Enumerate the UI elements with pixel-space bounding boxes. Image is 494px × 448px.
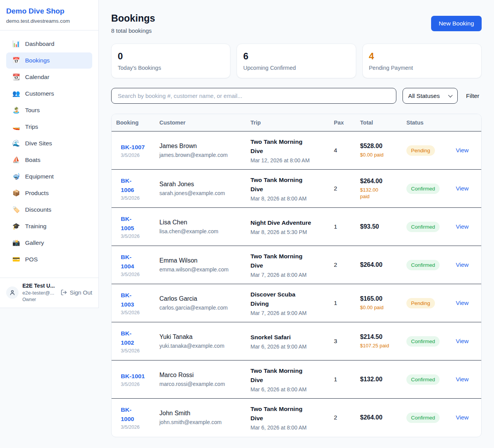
customer-email: yuki.tanaka@example.com [159, 343, 241, 349]
customer-email: sarah.jones@example.com [159, 190, 241, 196]
column-header: Pax [329, 114, 355, 131]
sidebar-item-equipment[interactable]: 🤿 Equipment [6, 168, 92, 185]
logout-icon [61, 289, 67, 296]
booking-date: 3/5/2026 [121, 234, 150, 239]
pax-count: 1 [334, 223, 337, 230]
status-filter-select[interactable]: All Statuses [403, 88, 458, 104]
sidebar-item-pos[interactable]: 💳 POS [6, 251, 92, 268]
booking-date: 3/5/2026 [121, 424, 150, 430]
trip-name: Two Tank Morning Dive [250, 366, 325, 385]
trip-name: Two Tank Morning Dive [250, 137, 325, 156]
booking-id-link[interactable]: BK- 1005 [121, 214, 150, 233]
booking-id-link[interactable]: BK- 1000 [121, 405, 150, 424]
filter-button[interactable]: Filter [464, 93, 482, 99]
page-title: Bookings [111, 13, 155, 24]
status-badge: Confirmed [406, 413, 440, 423]
trip-name: Two Tank Morning Dive [250, 252, 325, 270]
view-link[interactable]: View [456, 147, 469, 153]
sidebar-item-dashboard[interactable]: 📊 Dashboard [6, 36, 92, 52]
trip-name: Discover Scuba Diving [250, 290, 325, 308]
paid-amount: $0.00 paid [360, 304, 397, 311]
booking-row: BK- 1005 3/5/2026 Lisa Chen lisa.chen@ex… [112, 208, 482, 246]
booking-id-link[interactable]: BK- 1002 [121, 329, 150, 347]
stat-value: 4 [369, 51, 475, 62]
status-badge: Confirmed [406, 260, 440, 270]
sidebar-item-discounts[interactable]: 🏷️ Discounts [6, 202, 92, 218]
view-link[interactable]: View [456, 376, 469, 382]
island-icon: 🏝️ [12, 106, 20, 115]
nav-item-label: Tours [25, 106, 40, 115]
search-input[interactable] [111, 88, 396, 104]
sidebar-nav: 📊 Dashboard 📅 Bookings 📆 Calendar 👥 Cust… [0, 30, 98, 278]
sidebar-item-trips[interactable]: 🚤 Trips [6, 119, 92, 135]
sidebar-item-products[interactable]: 📦 Products [6, 185, 92, 201]
user-role: Owner [22, 297, 57, 302]
trip-name: Two Tank Morning Dive [250, 404, 325, 423]
pax-count: 3 [334, 338, 337, 344]
nav-item-label: Training [25, 222, 46, 231]
user-icon [9, 289, 16, 296]
view-link[interactable]: View [456, 414, 469, 421]
bar-chart-icon: 📊 [12, 40, 20, 48]
stat-label: Today's Bookings [118, 65, 224, 71]
total-amount: $165.00 [360, 295, 397, 302]
column-header: Booking [112, 114, 155, 131]
sign-out-button[interactable]: Sign Out [61, 289, 92, 296]
nav-item-label: Equipment [25, 172, 54, 181]
view-link[interactable]: View [456, 261, 469, 268]
sidebar-item-calendar[interactable]: 📆 Calendar [6, 69, 92, 85]
booking-date: 3/5/2026 [121, 382, 150, 387]
nav-item-label: Boats [25, 156, 41, 164]
stat-card: 6 Upcoming Confirmed [237, 44, 356, 78]
view-link[interactable]: View [456, 223, 469, 230]
booking-id-link[interactable]: BK-1007 [121, 143, 150, 152]
customer-name: James Brown [159, 143, 241, 150]
trip-datetime: Mar 8, 2026 at 5:30 PM [250, 229, 325, 235]
paid-amount: $0.00 paid [360, 152, 397, 158]
customer-name: Yuki Tanaka [159, 333, 241, 340]
total-amount: $93.50 [360, 223, 397, 230]
camera-icon: 📸 [12, 239, 20, 247]
sidebar-item-boats[interactable]: ⛵ Boats [6, 152, 92, 168]
booking-date: 3/5/2026 [121, 272, 150, 277]
nav-item-label: POS [25, 255, 38, 264]
sidebar-item-dive-sites[interactable]: 🌊 Dive Sites [6, 135, 92, 152]
booking-id-link[interactable]: BK- 1004 [121, 253, 150, 271]
sidebar-item-training[interactable]: 🎓 Training [6, 218, 92, 234]
booking-id-link[interactable]: BK-1001 [121, 372, 150, 381]
customer-name: John Smith [159, 410, 241, 417]
view-link[interactable]: View [456, 185, 469, 192]
avatar [6, 286, 19, 299]
booking-row: BK-1007 3/5/2026 James Brown james.brown… [112, 131, 482, 170]
stat-value: 6 [243, 51, 349, 62]
booking-row: BK- 1006 3/5/2026 Sarah Jones sarah.jone… [112, 170, 482, 208]
booking-id-link[interactable]: BK- 1006 [121, 176, 150, 195]
view-link[interactable]: View [456, 338, 469, 344]
trip-name: Snorkel Safari [250, 333, 325, 342]
stat-label: Upcoming Confirmed [243, 65, 349, 71]
nav-item-label: Products [25, 189, 49, 197]
sidebar-item-tours[interactable]: 🏝️ Tours [6, 102, 92, 118]
booking-row: BK- 1002 3/5/2026 Yuki Tanaka yuki.tanak… [112, 322, 482, 360]
trip-datetime: Mar 6, 2026 at 8:00 AM [250, 424, 325, 431]
trip-name: Night Dive Adventure [250, 218, 325, 227]
sidebar-item-bookings[interactable]: 📅 Bookings [6, 52, 92, 69]
customer-email: james.brown@example.com [159, 152, 241, 158]
bookings-table-card: BookingCustomerTripPaxTotalStatus BK-100… [111, 114, 482, 437]
sidebar-item-customers[interactable]: 👥 Customers [6, 86, 92, 102]
new-booking-button[interactable]: New Booking [431, 16, 482, 31]
sidebar-item-gallery[interactable]: 📸 Gallery [6, 235, 92, 251]
people-icon: 👥 [12, 89, 20, 98]
status-badge: Confirmed [406, 222, 440, 232]
graduation-cap-icon: 🎓 [12, 222, 20, 231]
sailboat-icon: ⛵ [12, 156, 20, 164]
column-header: Customer [155, 114, 246, 131]
booking-id-link[interactable]: BK- 1003 [121, 291, 150, 309]
view-link[interactable]: View [456, 300, 469, 306]
trip-datetime: Mar 6, 2026 at 9:00 AM [250, 344, 325, 350]
column-header: Trip [246, 114, 329, 131]
total-amount: $264.00 [360, 414, 397, 421]
status-badge: Pending [406, 145, 435, 156]
total-amount: $528.00 [360, 143, 397, 150]
paid-amount: $107.25 paid [360, 342, 397, 349]
